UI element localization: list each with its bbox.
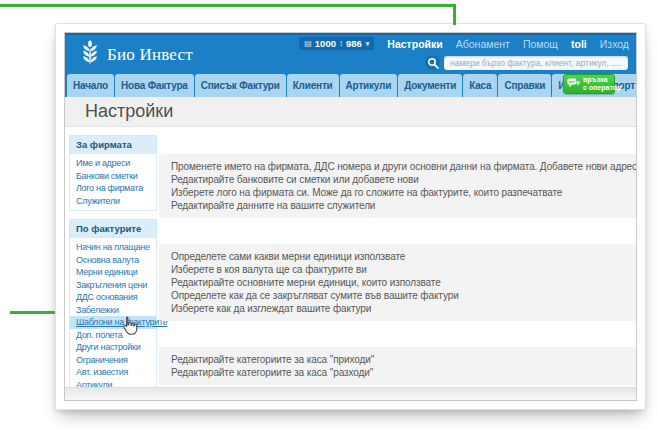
logo-text: Био Инвест <box>107 45 193 65</box>
sidebar-item-1-0[interactable]: Начин на плащане <box>70 241 156 254</box>
menu-item-0[interactable]: Настройки <box>387 38 442 50</box>
sidebar-section-body: Име и адресиБанкови сметкиЛого на фирмат… <box>69 153 157 211</box>
nav-tabs: НачалоНова ФактураСписък ФактуриКлиентиА… <box>67 74 637 97</box>
app-frame: Био Инвест ▤ 1000 ↕ 986 ▾ НастройкиАбона… <box>64 32 637 401</box>
description-line: Редактирайте категориите за каса "разход… <box>171 366 636 379</box>
wheat-logo-icon <box>78 40 102 70</box>
sidebar-item-1-6[interactable]: Шаблони на фактурите <box>70 316 156 329</box>
settings-sidebar: За фирматаИме и адресиБанкови сметкиЛого… <box>69 135 157 387</box>
sidebar-item-1-11[interactable]: Артикули <box>70 379 156 388</box>
description-line: Изберете лого на фирмата си. Може да го … <box>171 186 636 199</box>
sidebar-item-1-8[interactable]: Други настройки <box>70 341 156 354</box>
description-block-2: Редактирайте категориите за каса "приход… <box>159 347 636 385</box>
description-line: Редактирайте категориите за каса "приход… <box>171 353 636 366</box>
operator-chat-button[interactable]: on! връзка с оператор <box>563 74 615 94</box>
limit-count: 986 <box>346 38 362 49</box>
logo[interactable]: Био Инвест <box>78 40 193 70</box>
description-line: Изберете в коя валута ще са фактурите ви <box>171 263 636 276</box>
search-bar <box>425 55 628 70</box>
sidebar-item-1-7[interactable]: Доп. полета <box>70 329 156 342</box>
annotation-line-top-connector <box>453 4 456 25</box>
sidebar-item-1-4[interactable]: ДДС основания <box>70 291 156 304</box>
description-line: Редактирайте данните на вашите служители <box>171 199 636 212</box>
top-menu-items: НастройкиАбонаментПомощtoliИзход <box>387 38 629 50</box>
app-footer <box>65 387 636 400</box>
description-line: Определете сами какви мерни единици изпо… <box>171 250 636 263</box>
sidebar-item-0-1[interactable]: Банкови сметки <box>70 170 156 183</box>
description-line: Променете името на фирмата, ДДС номера и… <box>171 160 636 173</box>
annotation-line-left <box>10 311 55 314</box>
counter-caret-icon: ▾ <box>366 40 370 48</box>
nav-tab-1[interactable]: Нова Фактура <box>115 74 194 97</box>
description-block-1: Определете сами какви мерни единици изпо… <box>159 244 636 321</box>
description-line: Изберете как да изглеждат вашите фактури <box>171 302 636 315</box>
sidebar-item-0-2[interactable]: Лого на фирмата <box>70 182 156 195</box>
sidebar-item-1-5[interactable]: Забележки <box>70 304 156 317</box>
nav-tab-5[interactable]: Документи <box>398 74 462 97</box>
main-area: За фирматаИме и адресиБанкови сметкиЛого… <box>65 127 636 387</box>
browser-window: Био Инвест ▤ 1000 ↕ 986 ▾ НастройкиАбона… <box>55 23 646 410</box>
chat-icon: on! <box>567 75 580 93</box>
menu-item-4[interactable]: Изход <box>600 38 629 50</box>
sidebar-item-0-0[interactable]: Име и адреси <box>70 157 156 170</box>
sidebar-section-title: По фактурите <box>69 219 157 237</box>
sidebar-item-1-3[interactable]: Закръгления цени <box>70 279 156 292</box>
description-line: Определете как да се закръгляват сумите … <box>171 289 636 302</box>
sidebar-item-1-10[interactable]: Авт. известия <box>70 366 156 379</box>
settings-content: Променете името на фирмата, ДДС номера и… <box>159 135 636 387</box>
usage-counter[interactable]: ▤ 1000 ↕ 986 ▾ <box>299 37 374 50</box>
menu-item-2[interactable]: Помощ <box>523 38 558 50</box>
nav-tab-0[interactable]: Начало <box>67 74 114 97</box>
main-nav: НачалоНова ФактураСписък ФактуриКлиентиА… <box>65 71 636 97</box>
limit-count-icon: ↕ <box>339 39 343 48</box>
svg-text:on!: on! <box>569 79 576 84</box>
sidebar-item-1-9[interactable]: Ограничения <box>70 354 156 367</box>
description-block-0: Променете името на фирмата, ДДС номера и… <box>159 154 636 218</box>
description-blocks: Променете името на фирмата, ДДС номера и… <box>159 154 636 385</box>
top-menu: ▤ 1000 ↕ 986 ▾ НастройкиАбонаментПомощto… <box>299 37 629 50</box>
sidebar-item-0-3[interactable]: Служители <box>70 195 156 208</box>
app-header: Био Инвест ▤ 1000 ↕ 986 ▾ НастройкиАбона… <box>65 33 636 71</box>
nav-tab-3[interactable]: Клиенти <box>287 74 339 97</box>
operator-chat-label: връзка с оператор <box>583 76 621 92</box>
sidebar-section-0: За фирматаИме и адресиБанкови сметкиЛого… <box>69 135 157 211</box>
search-input[interactable] <box>444 56 628 70</box>
annotation-line-top <box>0 4 456 7</box>
nav-tab-6[interactable]: Каса <box>463 74 497 97</box>
description-line: Редактирайте банковите си сметки или доб… <box>171 173 636 186</box>
nav-tab-4[interactable]: Артикули <box>340 74 398 97</box>
nav-tab-7[interactable]: Справки <box>498 74 551 97</box>
page-title-bar: Настройки <box>65 97 636 127</box>
sidebar-item-1-1[interactable]: Основна валута <box>70 254 156 267</box>
menu-item-3[interactable]: toli <box>571 38 587 50</box>
sidebar-section-body: Начин на плащанеОсновна валутаМерни един… <box>69 237 157 387</box>
description-line: Редактирайте основните мерни единици, ко… <box>171 276 636 289</box>
sidebar-section-title: За фирмата <box>69 135 157 153</box>
invoices-count-icon: ▤ <box>304 39 312 48</box>
search-icon <box>425 55 440 70</box>
sidebar-section-1: По фактуритеНачин на плащанеОсновна валу… <box>69 219 157 387</box>
sidebar-item-1-2[interactable]: Мерни единици <box>70 266 156 279</box>
page-title: Настройки <box>65 101 173 122</box>
nav-tab-2[interactable]: Списък Фактури <box>195 74 286 97</box>
menu-item-1[interactable]: Абонамент <box>456 38 510 50</box>
invoices-count: 1000 <box>315 38 336 49</box>
